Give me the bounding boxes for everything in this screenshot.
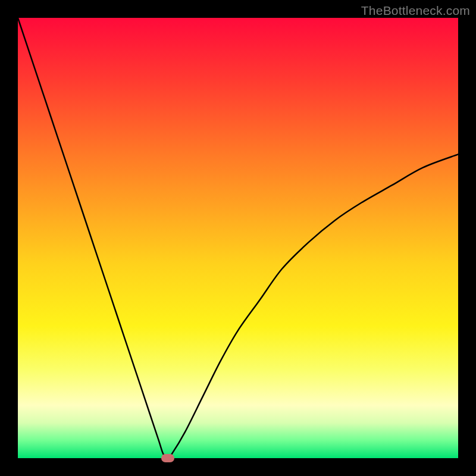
chart-plot-area	[18, 18, 458, 458]
watermark-text: TheBottleneck.com	[361, 4, 470, 18]
optimal-point-marker	[161, 454, 174, 462]
bottleneck-curve	[18, 18, 458, 458]
